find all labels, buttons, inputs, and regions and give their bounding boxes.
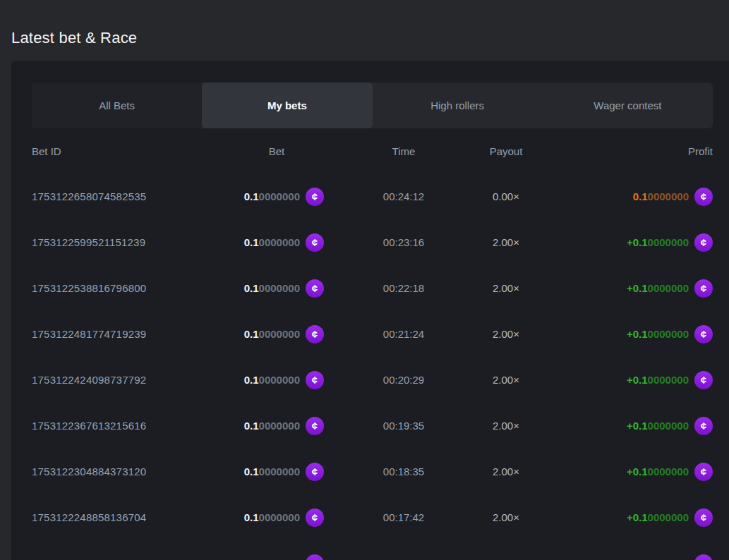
bet-payout: 2.00× <box>471 328 541 340</box>
column-header-bet: Bet <box>229 145 337 157</box>
bets-tabbar: All Bets My bets High rollers Wager cont… <box>32 83 713 128</box>
bet-amount: 0.10000000 ¢ <box>229 509 337 527</box>
bet-id: 1753122481774719239 <box>32 328 229 340</box>
coin-icon: ¢ <box>306 325 324 343</box>
bet-payout: 2.00× <box>471 465 541 477</box>
coin-icon: ¢ <box>306 371 324 389</box>
bet-id: 1753122658074582535 <box>32 190 229 202</box>
profit-main: +0.1 <box>627 328 648 340</box>
table-row[interactable]: 1753122658074582535 0.10000000 ¢ 00:24:1… <box>32 174 713 219</box>
table-row[interactable]: 1753122190476791936 0.10000000 ¢ 00:16:4… <box>32 540 713 560</box>
bet-amount: 0.10000000 ¢ <box>229 371 337 389</box>
bet-payout: 2.00× <box>471 282 541 294</box>
bet-profit: 0.05000000 ¢ <box>541 554 713 560</box>
profit-zeros: 0000000 <box>648 465 689 477</box>
bet-amount: 0.10000000 ¢ <box>229 417 337 435</box>
profit-zeros: 0000000 <box>648 374 689 386</box>
bet-amount: 0.10000000 ¢ <box>229 279 337 298</box>
bet-amount-main: 0.1 <box>244 190 259 202</box>
bet-id: 1753122367613215616 <box>32 420 229 432</box>
coin-icon: ¢ <box>694 417 713 435</box>
bet-time: 00:16:46 <box>337 557 471 560</box>
bet-profit: +0.10000000 ¢ <box>541 325 713 343</box>
bet-time: 00:17:42 <box>337 511 471 523</box>
bet-id: 1753122538816796800 <box>32 282 229 294</box>
bet-amount-main: 0.1 <box>244 328 259 340</box>
page-title: Latest bet & Race <box>0 0 729 47</box>
coin-icon: ¢ <box>306 417 324 435</box>
coin-icon: ¢ <box>694 188 713 206</box>
bet-time: 00:24:12 <box>337 190 471 202</box>
bet-time: 00:20:29 <box>337 374 471 386</box>
bet-amount-zeros: 0000000 <box>259 282 300 294</box>
bet-amount: 0.10000000 ¢ <box>229 325 337 343</box>
profit-main: +0.1 <box>627 511 648 523</box>
bet-amount-zeros: 0000000 <box>259 328 300 340</box>
tab-wager-contest[interactable]: Wager contest <box>543 83 713 128</box>
tab-my-bets[interactable]: My bets <box>202 83 372 128</box>
bet-amount-main: 0.1 <box>244 282 259 294</box>
profit-zeros: 0000000 <box>648 282 689 294</box>
profit-main: +0.1 <box>627 374 648 386</box>
table-row[interactable]: 1753122599521151239 0.10000000 ¢ 00:23:1… <box>32 219 713 265</box>
bet-amount-zeros: 0000000 <box>259 374 300 386</box>
table-row[interactable]: 1753122424098737792 0.10000000 ¢ 00:20:2… <box>32 357 713 403</box>
bet-id: 1753122304884373120 <box>32 465 229 477</box>
bet-payout: 2.00× <box>471 420 541 432</box>
bet-amount-main: 0.1 <box>244 236 259 248</box>
bet-amount-zeros: 0000000 <box>259 236 300 248</box>
bet-payout: 0.50× <box>471 557 541 560</box>
coin-icon: ¢ <box>694 325 713 343</box>
bet-amount: 0.10000000 ¢ <box>229 188 337 206</box>
table-row[interactable]: 1753122248858136704 0.10000000 ¢ 00:17:4… <box>32 494 713 540</box>
coin-icon: ¢ <box>306 554 324 560</box>
bet-amount-zeros: 0000000 <box>259 420 300 432</box>
coin-icon: ¢ <box>694 463 713 481</box>
coin-icon: ¢ <box>306 509 324 527</box>
bet-amount-zeros: 0000000 <box>259 465 300 477</box>
bet-id: 1753122424098737792 <box>32 374 229 386</box>
bet-id: 1753122248858136704 <box>32 511 229 523</box>
bet-time: 00:19:35 <box>337 420 471 432</box>
coin-icon: ¢ <box>694 371 713 389</box>
bet-profit: 0.10000000 ¢ <box>541 188 713 206</box>
coin-icon: ¢ <box>306 463 324 481</box>
bet-amount-zeros: 0000000 <box>259 511 300 523</box>
profit-zeros: 0000000 <box>648 190 689 202</box>
coin-icon: ¢ <box>306 279 324 298</box>
bet-amount-zeros: 0000000 <box>259 190 300 202</box>
bet-amount: 0.10000000 ¢ <box>229 233 337 252</box>
coin-icon: ¢ <box>694 554 713 560</box>
bet-time: 00:21:24 <box>337 328 471 340</box>
table-body: 1753122658074582535 0.10000000 ¢ 00:24:1… <box>32 174 713 560</box>
bet-amount-main: 0.1 <box>244 557 259 560</box>
bet-amount: 0.10000000 ¢ <box>229 554 337 560</box>
bet-profit: +0.10000000 ¢ <box>541 279 713 298</box>
column-header-bet-id: Bet ID <box>32 145 229 157</box>
column-header-profit: Profit <box>541 145 713 157</box>
bet-id: 1753122599521151239 <box>32 236 229 248</box>
profit-zeros: 0000000 <box>648 236 689 248</box>
bet-profit: +0.10000000 ¢ <box>541 417 713 435</box>
bet-amount-main: 0.1 <box>244 511 259 523</box>
tab-all-bets[interactable]: All Bets <box>32 83 202 128</box>
column-header-time: Time <box>337 145 471 157</box>
table-header: Bet ID Bet Time Payout Profit <box>32 128 713 174</box>
table-row[interactable]: 1753122481774719239 0.10000000 ¢ 00:21:2… <box>32 311 713 357</box>
table-row[interactable]: 1753122304884373120 0.10000000 ¢ 00:18:3… <box>32 449 713 494</box>
bet-profit: +0.10000000 ¢ <box>541 371 713 389</box>
bet-amount-main: 0.1 <box>244 420 259 432</box>
profit-main: 0.05 <box>633 557 653 560</box>
coin-icon: ¢ <box>694 233 713 252</box>
profit-main: +0.1 <box>627 420 648 432</box>
bet-amount: 0.10000000 ¢ <box>229 463 337 481</box>
profit-main: +0.1 <box>627 465 648 477</box>
bet-payout: 2.00× <box>471 236 541 248</box>
coin-icon: ¢ <box>306 233 324 252</box>
tab-high-rollers[interactable]: High rollers <box>373 83 543 128</box>
bet-time: 00:23:16 <box>337 236 471 248</box>
table-row[interactable]: 1753122538816796800 0.10000000 ¢ 00:22:1… <box>32 265 713 311</box>
profit-main: +0.1 <box>627 236 648 248</box>
table-row[interactable]: 1753122367613215616 0.10000000 ¢ 00:19:3… <box>32 403 713 449</box>
profit-main: 0.1 <box>633 190 648 202</box>
